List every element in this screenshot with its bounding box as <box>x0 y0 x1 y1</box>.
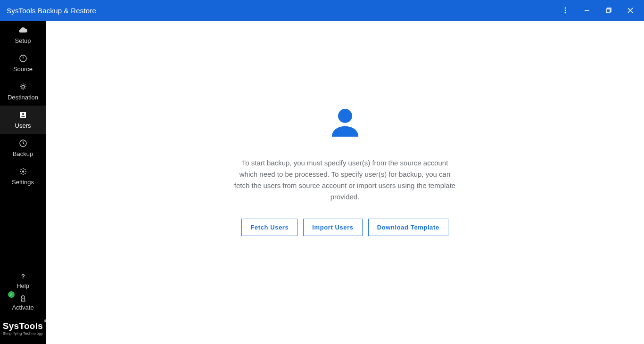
menu-kebab-button[interactable] <box>554 0 576 21</box>
sidebar-item-label: Setup <box>15 37 31 44</box>
sidebar-item-label: Backup <box>13 150 33 157</box>
users-empty-state: To start backup, you must specify user(s… <box>194 106 496 236</box>
help-icon: ? <box>19 272 27 281</box>
restore-button[interactable] <box>598 0 619 21</box>
source-icon <box>19 54 27 63</box>
sidebar-item-label: Settings <box>12 179 34 186</box>
backup-icon <box>19 139 27 148</box>
action-buttons: Fetch Users Import Users Download Templa… <box>241 219 448 236</box>
sidebar-item-backup[interactable]: Backup <box>0 134 46 162</box>
close-icon <box>627 7 634 14</box>
svg-point-16 <box>338 109 352 123</box>
svg-point-0 <box>565 8 566 9</box>
sidebar-item-label: Users <box>15 122 31 129</box>
brand-logo: SysTools® Simplifying Technology <box>0 313 46 341</box>
minimize-button[interactable] <box>576 0 598 21</box>
brand-tagline: Simplifying Technology <box>3 331 43 336</box>
sidebar-item-help[interactable]: ? Help <box>0 270 46 291</box>
svg-point-13 <box>22 171 24 172</box>
sidebar-item-users[interactable]: Users <box>0 106 46 134</box>
svg-point-2 <box>565 12 566 14</box>
svg-point-11 <box>22 113 24 115</box>
user-icon <box>328 106 362 141</box>
svg-text:?: ? <box>21 273 25 280</box>
gear-icon <box>19 167 27 176</box>
app-title: SysTools Backup & Restore <box>7 7 96 15</box>
titlebar: SysTools Backup & Restore <box>0 0 644 21</box>
sidebar-item-label: Destination <box>8 94 38 101</box>
sidebar-item-label: Help <box>17 282 29 289</box>
close-button[interactable] <box>619 0 641 21</box>
brand-name: SysTools <box>3 321 43 331</box>
window-controls <box>554 0 641 21</box>
users-icon <box>19 110 27 120</box>
svg-rect-5 <box>606 9 610 13</box>
svg-point-1 <box>565 10 566 11</box>
fetch-users-button[interactable]: Fetch Users <box>241 219 297 236</box>
registered-icon: ® <box>44 319 47 323</box>
sidebar: Setup Source Destination Users <box>0 21 46 344</box>
sidebar-item-label: Activate <box>12 304 33 311</box>
activated-badge-icon <box>8 291 15 298</box>
svg-point-9 <box>22 85 25 88</box>
restore-icon <box>605 7 612 14</box>
sidebar-item-setup[interactable]: Setup <box>0 21 46 49</box>
empty-state-description: To start backup, you must specify user(s… <box>234 157 456 203</box>
sidebar-item-source[interactable]: Source <box>0 49 46 77</box>
cloud-icon <box>18 25 28 35</box>
destination-icon <box>19 82 27 91</box>
sidebar-item-destination[interactable]: Destination <box>0 77 46 106</box>
sidebar-item-activate[interactable]: Activate <box>0 291 46 313</box>
import-users-button[interactable]: Import Users <box>303 219 362 236</box>
sidebar-item-label: Source <box>13 66 33 73</box>
svg-point-15 <box>21 295 25 299</box>
download-template-button[interactable]: Download Template <box>368 219 448 236</box>
activate-icon <box>19 294 27 303</box>
kebab-icon <box>562 7 569 14</box>
minimize-icon <box>584 7 590 14</box>
main-content: To start backup, you must specify user(s… <box>46 21 644 344</box>
sidebar-item-settings[interactable]: Settings <box>0 162 46 190</box>
